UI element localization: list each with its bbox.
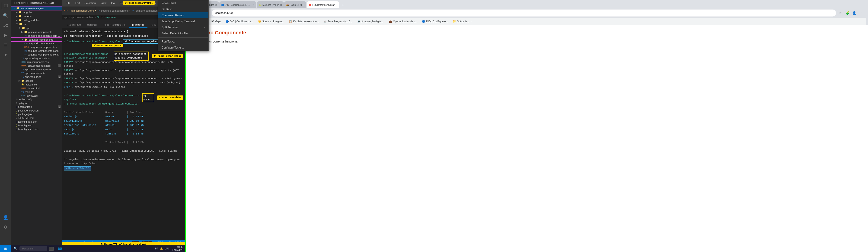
panel-tab-debug[interactable]: DEBUG CONSOLE bbox=[101, 23, 128, 28]
root-folder[interactable]: ▼ 📁 fundamentos-angular bbox=[11, 6, 62, 10]
menu-file[interactable]: File bbox=[64, 1, 72, 5]
sidebar-item-segundo-html[interactable]: HTML segundo-componente.component.html bbox=[11, 45, 62, 49]
browser-extensions-icon[interactable]: 🧩 bbox=[844, 10, 850, 16]
bookmark-maps[interactable]: 🗺 Maps bbox=[209, 20, 223, 23]
browser-tab-dio[interactable]: 🔵 DIO | Codifique o seu futuro gl... ✕ bbox=[219, 1, 256, 8]
taskbar-lang[interactable]: PT bbox=[155, 247, 158, 250]
sidebar-item-angular-json[interactable]: {} angular.json M bbox=[11, 105, 62, 109]
account-icon[interactable]: 👤 bbox=[2, 214, 9, 221]
tab-caderno-close[interactable]: ✕ bbox=[215, 4, 217, 6]
ctx-git-bash[interactable]: Git Bash bbox=[158, 6, 209, 12]
sidebar-item-readme[interactable]: M README.md bbox=[11, 116, 62, 120]
panel-tab-terminal[interactable]: TERMINAL bbox=[129, 23, 148, 28]
taskbar-search-input[interactable] bbox=[20, 246, 47, 251]
bookmark-outros[interactable]: 📁 Outros fa... › bbox=[451, 19, 473, 24]
sidebar-item-tsconfig-spec[interactable]: {} tsconfig.spec.json bbox=[11, 127, 62, 131]
sidebar-item-app-html[interactable]: HTML app.component.html M bbox=[11, 64, 62, 67]
search-icon[interactable]: 🔍 bbox=[2, 11, 9, 20]
sidebar-item-tsconfig-json[interactable]: {} tsconfig.json bbox=[11, 123, 62, 127]
tab-app-component-html[interactable]: HTML app.component.html ● ✕ bbox=[62, 6, 96, 15]
sidebar-item-segundo-spec[interactable]: TS segundo-componente.component.spec.ts bbox=[11, 49, 62, 53]
panel-tab-problems[interactable]: PROBLEMS bbox=[64, 23, 84, 28]
bookmark-oportunidades[interactable]: 💼 Oportunidades de c... bbox=[387, 20, 419, 24]
explorer-icon[interactable]: ❐ bbox=[2, 2, 9, 10]
sidebar-item-main-ts[interactable]: TS main.ts bbox=[11, 90, 62, 94]
browser-toolbar-icons: ☆ 🧩 👤 ⋮ bbox=[837, 10, 864, 16]
sidebar-item-node-modules[interactable]: ▶📁 node_modules bbox=[11, 18, 62, 22]
sidebar-item-primeiro-ts[interactable]: TS primeiro-componente.component.ts bbox=[11, 34, 62, 38]
settings-icon[interactable]: ⚙ bbox=[2, 223, 9, 231]
bookmark-arrow-icon: › bbox=[470, 20, 471, 23]
browser-bookmark-icon[interactable]: ☆ bbox=[837, 10, 843, 16]
ctx-command-prompt[interactable]: Command Prompt bbox=[158, 12, 209, 18]
browser-url-input[interactable] bbox=[212, 9, 836, 17]
sidebar-item-vscode[interactable]: ▶📁 .vscode bbox=[11, 14, 62, 18]
menu-view[interactable]: View bbox=[98, 1, 108, 5]
menu-selection[interactable]: Selection bbox=[83, 1, 98, 5]
ctx-run-task[interactable]: Run Task... bbox=[158, 38, 209, 45]
ctx-select-default[interactable]: Select Default Profile bbox=[158, 30, 209, 36]
sidebar-item-segundo[interactable]: ▼📁 segundo-componente bbox=[11, 38, 62, 41]
sidebar-item-segundo-ts[interactable]: TS segundo-componente.component.ts bbox=[11, 53, 62, 56]
sidebar-item-gitignore[interactable]: ⊘ .gitignore bbox=[11, 101, 62, 105]
breadcrumb-go[interactable]: Go to component bbox=[97, 16, 116, 19]
terminal-blank2 bbox=[64, 89, 183, 93]
menu-edit[interactable]: Edit bbox=[73, 1, 82, 5]
terminal-url-link[interactable]: alhost:4200/ ** bbox=[64, 166, 91, 170]
sidebar-item-segundo-css[interactable]: CSS segundo-componente.component.css bbox=[11, 41, 62, 45]
browser-tab-python[interactable]: 🐍 Módulos Python ✕ bbox=[257, 1, 284, 8]
bookmark-revolucao[interactable]: 💻 A revolução digital... bbox=[355, 20, 386, 24]
terminal-styles: styles.css, styles.js | styles | 230.47 … bbox=[64, 123, 183, 127]
nav-back-icon[interactable]: ❮ bbox=[155, 2, 157, 5]
tab-radio-close[interactable]: ✕ bbox=[303, 4, 304, 6]
ctx-configure-tasks[interactable]: Configure Tasks... bbox=[158, 45, 209, 51]
sidebar-item-app-module[interactable]: TS app.module.ts M bbox=[11, 75, 62, 79]
sidebar-item-routing[interactable]: TS app-routing.module.ts bbox=[11, 56, 62, 60]
taskbar-chrome-icon[interactable]: 🌐 bbox=[56, 245, 64, 252]
sidebar-item-editorconfig[interactable]: ⚙ .editorconfig bbox=[11, 97, 62, 101]
browser-tab-radio[interactable]: 📻 Rádio 1 FM ✕ bbox=[284, 1, 307, 8]
bookmark-java[interactable]: ☕ Java Progressivo: C... bbox=[321, 20, 354, 24]
remote-icon[interactable]: ♥ bbox=[2, 51, 9, 58]
git-icon[interactable]: ⎇ bbox=[2, 21, 9, 29]
panel-tab-output[interactable]: OUTPUT bbox=[84, 23, 100, 28]
bookmark-dio1[interactable]: 🔵 DIO | Codifique o s... bbox=[224, 20, 255, 24]
sidebar-item-angular[interactable]: ▶📁 .angular bbox=[11, 10, 62, 14]
browser-tab-angular[interactable]: 🔴 FundamentosAngular ✕ bbox=[307, 1, 339, 8]
taskbar-notif-icon[interactable]: 🔔 bbox=[160, 247, 163, 250]
sidebar-item-src[interactable]: ▼📁 src bbox=[11, 22, 62, 26]
browser-new-tab-button[interactable]: + bbox=[340, 2, 346, 8]
extensions-icon[interactable]: ≣ bbox=[2, 41, 9, 49]
tab-python-close[interactable]: ✕ bbox=[280, 4, 282, 6]
sidebar-item-app-spec[interactable]: TS app.component.spec.ts bbox=[11, 67, 62, 71]
debug-icon[interactable]: ▶ bbox=[2, 31, 9, 39]
ctx-powershell[interactable]: PowerShell bbox=[158, 0, 209, 6]
sidebar-item-app-css[interactable]: CSS app.component.css bbox=[11, 60, 62, 64]
bookmark-dio2[interactable]: 🔵 DIO | Codifique o... bbox=[420, 20, 450, 24]
menu-go[interactable]: Go bbox=[109, 1, 117, 5]
bookmark-scratch[interactable]: 🐱 Scratch - Imagine... bbox=[256, 20, 286, 24]
sidebar-item-app-ts[interactable]: TS app.component.ts bbox=[11, 71, 62, 75]
ctx-js-debug[interactable]: JavaScript Debug Terminal bbox=[158, 18, 209, 24]
tab-segundo-ts[interactable]: TS segundo-componente.ts U ✕ bbox=[96, 6, 130, 15]
browser-menu-icon[interactable]: ⋮ bbox=[858, 10, 864, 16]
taskbar-search-icon[interactable]: 🔍 bbox=[11, 245, 20, 252]
tab-angular-close[interactable]: ✕ bbox=[336, 4, 337, 6]
sidebar-item-primeiro[interactable]: ▶📁 primeiro-componente bbox=[11, 30, 62, 34]
sidebar-item-index-html[interactable]: HTML index.html bbox=[11, 86, 62, 90]
sidebar-item-styles-css[interactable]: CSS styles.css bbox=[11, 94, 62, 97]
taskbar-start-button[interactable]: ⊞ bbox=[0, 245, 11, 252]
sidebar-item-package-json[interactable]: {} package.json bbox=[11, 112, 62, 116]
sidebar-item-package-lock[interactable]: {} package-lock.json bbox=[11, 109, 62, 112]
sidebar-item-assets[interactable]: ▶📁 assets bbox=[11, 79, 62, 83]
browser-profile-icon[interactable]: 👤 bbox=[851, 10, 857, 16]
outros-folder-icon: 📁 bbox=[453, 20, 456, 23]
sidebar-item-app[interactable]: ▼📁 app bbox=[11, 26, 62, 30]
tab-primeiro-ts[interactable]: TS primeiro-componente.ts ✕ bbox=[130, 6, 162, 15]
ctx-split-terminal[interactable]: Split Terminal › bbox=[158, 24, 209, 30]
taskbar-vscode-icon[interactable]: ⬛ bbox=[47, 245, 56, 252]
tab-dio-close[interactable]: ✕ bbox=[253, 4, 254, 6]
sidebar-item-tsconfig-app[interactable]: {} tsconfig.app.json bbox=[11, 120, 62, 123]
bookmark-lista[interactable]: 📋 kV Lista de exercício... bbox=[287, 20, 321, 24]
sidebar-item-favicon[interactable]: ⭐ favicon.ico bbox=[11, 83, 62, 86]
